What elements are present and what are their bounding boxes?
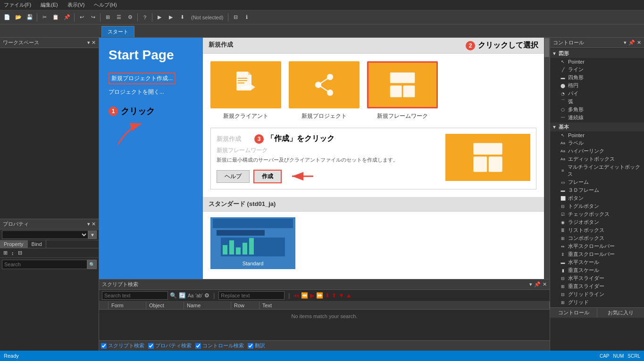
toolbar-help[interactable]: ?: [140, 12, 150, 23]
basic-frame[interactable]: ▭ フレーム: [550, 178, 644, 186]
script-close-btn[interactable]: ✕: [543, 281, 547, 287]
toolbar-more[interactable]: ⚙: [125, 12, 135, 23]
script-search-icon[interactable]: 🔍: [170, 292, 177, 299]
search-input[interactable]: [2, 260, 87, 269]
script-gear-icon[interactable]: ⚙: [204, 292, 209, 299]
shape-pie[interactable]: ◔ パイ: [550, 90, 644, 98]
basic-hscale[interactable]: ▬ 水平スケール: [550, 258, 644, 266]
property-object-select[interactable]: [2, 230, 88, 239]
controls-pin-btn[interactable]: 📌: [628, 40, 635, 46]
tab-start[interactable]: スタート: [101, 26, 134, 37]
basic-checkbox[interactable]: ☑ チェックボックス: [550, 210, 644, 218]
script-up-btn[interactable]: ⬆: [332, 292, 336, 299]
basic-pointer[interactable]: ↖ Pointer: [550, 131, 644, 139]
script-down-btn[interactable]: ⬇: [325, 292, 330, 299]
prop-filter-btn[interactable]: ⊟: [17, 249, 24, 256]
basic-3dframe[interactable]: ▬ ３Ｄフレーム: [550, 186, 644, 194]
property-tab-property[interactable]: Property: [0, 240, 28, 248]
script-replace-input[interactable]: [218, 291, 284, 300]
script-play-btn[interactable]: ▶: [310, 292, 314, 299]
menu-view[interactable]: 表示(V): [66, 0, 87, 9]
menu-file[interactable]: ファイル(F): [2, 0, 33, 9]
basic-section-header[interactable]: ▼ 基本: [550, 123, 644, 131]
toolbar-play[interactable]: ▶: [154, 12, 165, 23]
card-framework[interactable]: 新規フレームワーク: [367, 61, 438, 120]
toolbar-save[interactable]: 💾: [25, 12, 35, 23]
controls-bottom-tab[interactable]: コントロール: [550, 308, 597, 318]
basic-combobox[interactable]: ⊞ コンボボックス: [550, 234, 644, 242]
bottom-tab-script[interactable]: スクリプト検索: [101, 342, 144, 349]
script-search-input[interactable]: [102, 291, 168, 300]
script-back-btn[interactable]: ⏩: [316, 292, 323, 299]
prop-alpha-btn[interactable]: ↕: [10, 250, 16, 256]
property-select-btn[interactable]: ▼: [88, 230, 97, 239]
basic-vslider[interactable]: ⊞ 垂直スライダー: [550, 282, 644, 290]
menu-help[interactable]: ヘルプ(H): [92, 0, 118, 9]
basic-label[interactable]: Aa ラベル: [550, 139, 644, 147]
shape-ellipse[interactable]: ⬤ 楕円: [550, 82, 644, 90]
script-down2-btn[interactable]: ▼: [338, 292, 344, 299]
basic-button[interactable]: ⬜ ボタン: [550, 194, 644, 202]
shape-rectangle[interactable]: ▬ 四角形: [550, 74, 644, 82]
toolbar-new[interactable]: 📄: [2, 12, 12, 23]
open-project-link[interactable]: プロジェクトを開く...: [109, 88, 193, 96]
new-project-link[interactable]: 新規プロジェクト作成...: [109, 73, 176, 84]
script-up2-btn[interactable]: ▲: [346, 292, 351, 299]
bottom-tab-translate[interactable]: 翻訳: [248, 342, 265, 349]
basic-hslider[interactable]: ⊟ 水平スライダー: [550, 274, 644, 282]
main-scrollbar[interactable]: [544, 38, 550, 279]
controls-dropdown-btn[interactable]: ▾: [624, 40, 627, 46]
basic-hyperlink[interactable]: Aa ハイパーリンク: [550, 147, 644, 155]
basic-editbox[interactable]: Aa エディットボックス: [550, 155, 644, 163]
help-button[interactable]: ヘルプ: [217, 170, 250, 183]
translate-checkbox[interactable]: [248, 343, 253, 349]
toolbar-download[interactable]: ⬇: [177, 12, 187, 23]
workspace-pin-btn[interactable]: ▾ ✕: [87, 40, 96, 46]
toolbar-paste[interactable]: 📌: [62, 12, 72, 23]
script-search-checkbox[interactable]: [101, 343, 107, 349]
basic-vscale[interactable]: ▮ 垂直スケール: [550, 266, 644, 274]
script-first-btn[interactable]: ⏮: [293, 292, 299, 299]
basic-radio[interactable]: ◉ ラジオボタン: [550, 218, 644, 226]
toolbar-copy[interactable]: 📋: [50, 12, 61, 23]
script-dropdown-btn[interactable]: ▾: [529, 281, 532, 287]
shape-pointer[interactable]: ↖ Pointer: [550, 58, 644, 66]
basic-vscroll[interactable]: ⇕ 垂直スクロールバー: [550, 250, 644, 258]
basic-hscroll[interactable]: ⇔ 水平スクロールバー: [550, 242, 644, 250]
toolbar-grid[interactable]: ⊞: [102, 12, 113, 23]
basic-toggle[interactable]: ⊟ トグルボタン: [550, 202, 644, 210]
scroll-thumb[interactable]: [544, 38, 549, 57]
search-icon-btn[interactable]: 🔍: [87, 260, 97, 269]
control-search-checkbox[interactable]: [195, 343, 201, 349]
basic-listbox[interactable]: ≣ リストボックス: [550, 226, 644, 234]
toolbar-cut[interactable]: ✂: [39, 12, 50, 23]
bottom-tab-control[interactable]: コントロール検索: [195, 342, 244, 349]
favorites-bottom-tab[interactable]: お気に入り: [597, 308, 644, 318]
basic-multiline[interactable]: ≡ マルチラインエディットボックス: [550, 163, 644, 178]
script-prev-btn[interactable]: ⏪: [301, 292, 308, 299]
shape-line[interactable]: ╱ ライン: [550, 66, 644, 74]
script-pin-btn[interactable]: 📌: [534, 281, 541, 287]
card-project[interactable]: 新規プロジェクト: [289, 61, 360, 120]
property-pin-btn[interactable]: ▾ ✕: [87, 221, 96, 227]
toolbar-open[interactable]: 📂: [13, 12, 24, 23]
shape-polyline[interactable]: 〰 連続線: [550, 114, 644, 122]
bottom-tab-property[interactable]: プロパティ検索: [148, 342, 192, 349]
toolbar-columns[interactable]: ⊟: [230, 12, 241, 23]
toolbar-redo[interactable]: ↪: [88, 12, 98, 23]
basic-gridline[interactable]: ⊟ グリッドライン: [550, 290, 644, 298]
shapes-section-header[interactable]: ▼ 図形: [550, 49, 644, 58]
toolbar-info[interactable]: ℹ: [242, 12, 252, 23]
shape-polygon[interactable]: ⬡ 多角形: [550, 106, 644, 114]
toolbar-play2[interactable]: ▶: [166, 12, 176, 23]
basic-grid[interactable]: ⊞ グリッド: [550, 298, 644, 306]
property-search-checkbox[interactable]: [148, 343, 154, 349]
card-client[interactable]: 新規クライアント: [210, 61, 281, 120]
property-tab-bind[interactable]: Bind: [28, 240, 46, 248]
prop-sort-btn[interactable]: ⊞: [2, 249, 9, 256]
toolbar-undo[interactable]: ↩: [76, 12, 87, 23]
shape-arc[interactable]: ⌒ 弧: [550, 98, 644, 106]
menu-edit[interactable]: 編集(E): [39, 0, 60, 9]
controls-close-btn[interactable]: ✕: [637, 40, 641, 46]
script-refresh-icon[interactable]: 🔄: [179, 292, 186, 299]
